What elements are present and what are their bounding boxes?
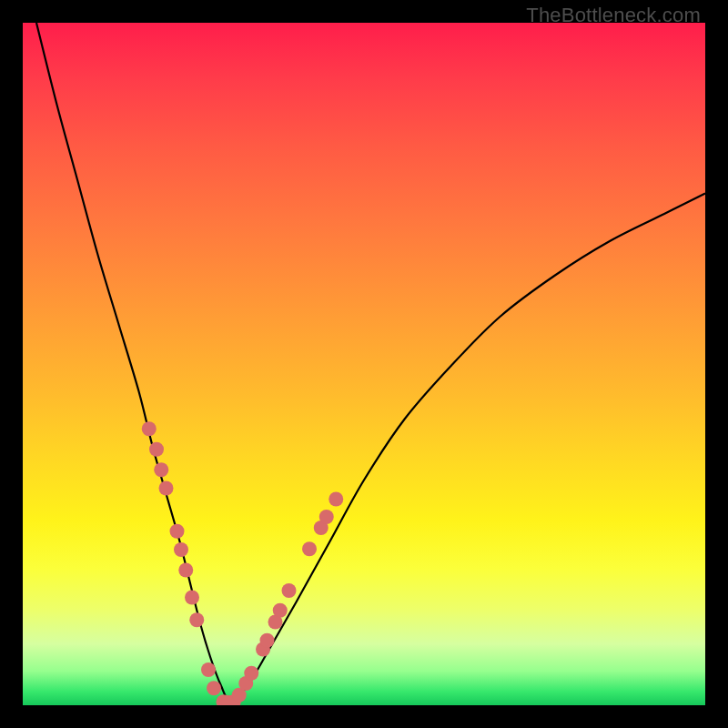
- curve-marker: [149, 442, 164, 457]
- curve-marker: [273, 603, 288, 618]
- curve-marker: [185, 591, 199, 605]
- curve-markers: [142, 421, 344, 705]
- chart-svg: [23, 23, 705, 705]
- watermark-text: TheBottleneck.com: [526, 4, 701, 27]
- curve-marker: [189, 612, 204, 627]
- bottleneck-curve: [36, 23, 705, 702]
- curve-marker: [302, 541, 317, 556]
- curve-marker: [170, 524, 185, 539]
- curve-marker: [282, 583, 297, 598]
- curve-marker: [159, 481, 174, 496]
- curve-marker: [178, 563, 193, 578]
- curve-marker: [142, 421, 157, 436]
- curve-marker: [174, 542, 188, 557]
- curve-marker: [260, 633, 275, 648]
- curve-marker: [154, 462, 168, 477]
- chart-frame: [23, 23, 705, 705]
- curve-marker: [319, 510, 334, 524]
- curve-marker: [244, 666, 258, 681]
- curve-marker: [207, 681, 221, 695]
- curve-marker: [329, 492, 343, 507]
- curve-marker: [201, 662, 216, 677]
